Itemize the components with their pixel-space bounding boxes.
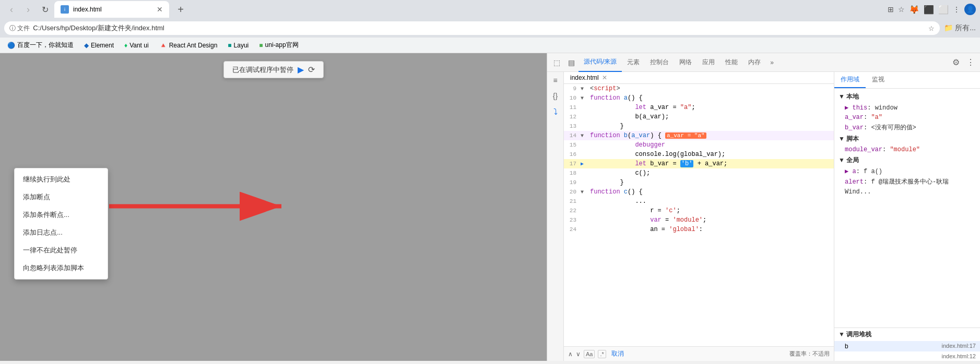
code-line-20: 20 ▼ function c() { xyxy=(564,187,834,197)
page-viewport: 已在调试程序中暂停 ▶ ⟳ 继续执行到此处 添加断点 添加条件断点... 添加日… xyxy=(0,53,547,361)
devtools-tab-sources[interactable]: 源代码/来源 xyxy=(578,53,622,72)
menu-item-ignore[interactable]: 向忽略列表添加脚本 xyxy=(15,259,108,277)
line-content-13: } xyxy=(588,123,624,130)
line-arrow-17: ▶ xyxy=(581,161,588,167)
devtools-tab-more[interactable]: » xyxy=(766,53,778,72)
devtools-icon-console[interactable]: ▤ xyxy=(564,55,578,70)
arrow-up-icon[interactable]: ∧ xyxy=(568,350,573,358)
tab-watch[interactable]: 监视 xyxy=(866,72,891,88)
line-content-17: let b_var = 'b' + a_var; xyxy=(588,160,727,167)
red-arrow-svg xyxy=(109,186,292,227)
extension-icon3[interactable]: ⬜ xyxy=(938,5,949,15)
menu-item-add-breakpoint[interactable]: 添加断点 xyxy=(15,188,108,206)
line-content-20: function c() { xyxy=(588,188,643,196)
nav-reload[interactable]: ↻ xyxy=(38,2,52,17)
menu-item-conditional[interactable]: 添加条件断点... xyxy=(15,206,108,224)
bookmark-react-ant[interactable]: 🔺 React Ant Design xyxy=(156,41,221,50)
line-num-24: 24 xyxy=(564,226,581,233)
menu-item-logpoint[interactable]: 添加日志点... xyxy=(15,224,108,241)
uniapp-icon: ■ xyxy=(259,42,263,49)
code-line-21: 21 ... xyxy=(564,197,834,206)
line-num-13: 13 xyxy=(564,123,581,129)
menu-item-never-pause[interactable]: 一律不在此处暂停 xyxy=(15,241,108,259)
bookmark-layui[interactable]: ■ Layui xyxy=(225,41,252,50)
bookmark-uniapp[interactable]: ■ uni-app官网 xyxy=(256,40,301,51)
devtools-tab-elements[interactable]: 元素 xyxy=(622,53,645,72)
devtools-tab-memory[interactable]: 内存 xyxy=(743,53,766,72)
line-content-14: function b(a_var) { a_var = "a" xyxy=(588,132,706,139)
menu-item-continue[interactable]: 继续执行到此处 xyxy=(15,171,108,188)
devtools-tab-application[interactable]: 应用 xyxy=(697,53,720,72)
line-arrow-9: ▼ xyxy=(581,86,588,92)
call-stack-item-b[interactable]: b index.html:17 xyxy=(834,341,980,351)
regex-btn[interactable]: .* xyxy=(598,350,606,358)
file-tab-close-icon[interactable]: ✕ xyxy=(602,74,607,81)
extension-icon2[interactable]: ⬛ xyxy=(924,5,934,15)
bookmark-icon[interactable]: ☆ xyxy=(898,5,905,14)
format-icon[interactable]: ≡ xyxy=(551,74,559,87)
nav-back[interactable]: ‹ xyxy=(4,2,19,17)
devtools-settings-icon[interactable]: ⚙ xyxy=(949,55,963,70)
address-star-icon[interactable]: ☆ xyxy=(928,25,935,32)
code-editor[interactable]: 9 ▼ <script> 10 ▼ function a() { 11 let … xyxy=(564,84,834,346)
line-num-9: 9 xyxy=(564,86,581,92)
resume-btn[interactable]: ▶ xyxy=(298,65,304,75)
step-icon[interactable]: ⤵ xyxy=(551,105,560,119)
context-menu: 继续执行到此处 添加断点 添加条件断点... 添加日志点... 一律不在此处暂停… xyxy=(14,168,108,280)
translate-icon[interactable]: ⊞ xyxy=(888,5,894,14)
browser-tab[interactable]: i index.html ✕ xyxy=(54,1,169,18)
code-line-22: 22 r = 'c'; xyxy=(564,206,834,215)
extension-icon1[interactable]: 🦊 xyxy=(909,5,919,15)
line-arrow-20: ▼ xyxy=(581,189,588,195)
devtools-more-icon[interactable]: ⋮ xyxy=(963,55,978,70)
line-num-14: 14 xyxy=(564,132,581,139)
line-content-10: function a() { xyxy=(588,94,643,102)
scope-title-script[interactable]: ▼ 脚本 xyxy=(834,133,980,145)
scope-content: ▼ 本地 ▶ this: window a_var: "a" b_var: <没… xyxy=(834,89,980,327)
line-content-16: console.log(global_var); xyxy=(588,151,725,158)
search-bar: ∧ ∨ Aa .* 取消 覆盖率：不适用 xyxy=(564,346,834,361)
scope-item-avar: a_var: "a" xyxy=(834,113,980,122)
scope-title-global[interactable]: ▼ 全局 xyxy=(834,154,980,166)
devtools-tab-network[interactable]: 网络 xyxy=(674,53,697,72)
step-over-btn[interactable]: ⟳ xyxy=(308,65,315,75)
address-bar-row: ⓘ 文件 C:/Users/hp/Desktop/新建文件夹/index.htm… xyxy=(0,19,980,38)
vant-label: Vant ui xyxy=(129,42,148,49)
line-num-20: 20 xyxy=(564,189,581,195)
arrow-down-icon[interactable]: ∨ xyxy=(576,350,581,358)
tab-close-icon[interactable]: ✕ xyxy=(157,5,163,14)
vant-icon: ♦ xyxy=(124,42,127,49)
line-content-15: debugger xyxy=(588,141,665,149)
paused-text: 已在调试程序中暂停 xyxy=(232,65,293,75)
code-line-24: 24 an = 'global': xyxy=(564,225,834,234)
address-bar[interactable]: ⓘ 文件 C:/Users/hp/Desktop/新建文件夹/index.htm… xyxy=(4,21,940,35)
line-content-11: let a_var = "a"; xyxy=(588,104,695,111)
menu-icon[interactable]: ⋮ xyxy=(953,5,960,14)
devtools-tab-console[interactable]: 控制台 xyxy=(645,53,674,72)
scope-title-local[interactable]: ▼ 本地 xyxy=(834,91,980,103)
bookmark-baidu[interactable]: 🔵 百度一下，你就知道 xyxy=(4,40,77,51)
line-num-19: 19 xyxy=(564,179,581,186)
case-sensitive-btn[interactable]: Aa xyxy=(584,350,595,358)
tab-scope[interactable]: 作用域 xyxy=(834,72,866,88)
breakpoints-icon[interactable]: {} xyxy=(551,90,560,102)
bookmark-vant[interactable]: ♦ Vant ui xyxy=(121,41,152,50)
folder-icon[interactable]: 📁 所有... xyxy=(944,23,976,33)
line-content-18: c(); xyxy=(588,169,650,177)
call-stack-title[interactable]: ▼ 调用堆栈 xyxy=(834,328,980,341)
scope-section-local: ▼ 本地 ▶ this: window a_var: "a" b_var: <没… xyxy=(834,91,980,133)
bookmark-element[interactable]: ◆ Element xyxy=(81,41,117,50)
file-tab-name[interactable]: index.html xyxy=(570,74,599,81)
profile-icon[interactable]: 👤 xyxy=(964,4,976,15)
call-stack-section: ▼ 调用堆栈 b index.html:17 index.html:12 xyxy=(834,327,980,361)
code-line-19: 19 } xyxy=(564,178,834,187)
call-stack-item-a[interactable]: index.html:12 xyxy=(834,351,980,361)
devtools-tab-performance[interactable]: 性能 xyxy=(720,53,743,72)
search-cancel-btn[interactable]: 取消 xyxy=(611,349,624,358)
browser-chrome: ‹ › ↻ i index.html ✕ + ⊞ ☆ 🦊 ⬛ ⬜ ⋮ 👤 ⓘ 文… xyxy=(0,0,980,53)
tab-bar: ‹ › ↻ i index.html ✕ + ⊞ ☆ 🦊 ⬛ ⬜ ⋮ 👤 xyxy=(0,0,980,19)
paused-banner: 已在调试程序中暂停 ▶ ⟳ xyxy=(223,61,324,78)
new-tab-btn[interactable]: + xyxy=(173,2,188,17)
nav-forward[interactable]: › xyxy=(21,2,36,17)
devtools-icon-inspect[interactable]: ⬚ xyxy=(549,55,564,70)
